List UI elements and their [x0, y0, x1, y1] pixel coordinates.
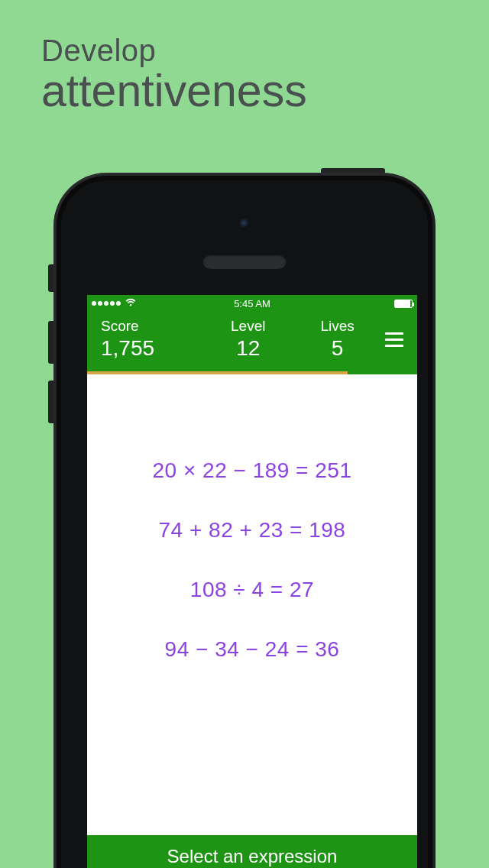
phone-mute-switch [48, 264, 53, 292]
status-bar: 5:45 AM [87, 295, 417, 312]
lives-value: 5 [293, 336, 382, 361]
hamburger-icon [385, 332, 403, 335]
expression-option[interactable]: 108 ÷ 4 = 27 [87, 578, 417, 602]
phone-frame: 5:45 AM Score 1,755 Level 12 Lives 5 [53, 173, 436, 868]
expression-option[interactable]: 20 × 22 − 189 = 251 [87, 458, 417, 483]
level-label: Level [203, 318, 293, 335]
progress-bar [87, 371, 417, 374]
stat-level: Level 12 [203, 318, 293, 361]
phone-volume-down [48, 381, 53, 423]
stat-score: Score 1,755 [95, 318, 203, 361]
expression-option[interactable]: 94 − 34 − 24 = 36 [87, 637, 417, 662]
lives-label: Lives [293, 318, 382, 335]
level-value: 12 [203, 336, 293, 361]
headline-line-2: attentiveness [41, 65, 307, 117]
phone-volume-up [48, 321, 53, 364]
expression-list: 20 × 22 − 189 = 251 74 + 82 + 23 = 198 1… [87, 374, 417, 662]
phone-speaker [202, 254, 287, 269]
status-time: 5:45 AM [87, 298, 417, 309]
menu-button[interactable] [382, 332, 410, 347]
app-screen: 5:45 AM Score 1,755 Level 12 Lives 5 [87, 295, 417, 868]
marketing-headline: Develop attentiveness [41, 34, 307, 117]
phone-power-button [321, 168, 385, 173]
instruction-banner: Select an expression with a mistake [87, 835, 417, 868]
headline-line-1: Develop [41, 34, 307, 68]
battery-icon [394, 300, 413, 308]
stats-header: Score 1,755 Level 12 Lives 5 [87, 312, 417, 371]
progress-fill [87, 371, 348, 374]
score-label: Score [101, 318, 203, 335]
stat-lives: Lives 5 [293, 318, 382, 361]
score-value: 1,755 [101, 336, 203, 361]
phone-camera [239, 219, 250, 229]
expression-option[interactable]: 74 + 82 + 23 = 198 [87, 518, 417, 542]
instruction-line-1: Select an expression [95, 844, 410, 868]
